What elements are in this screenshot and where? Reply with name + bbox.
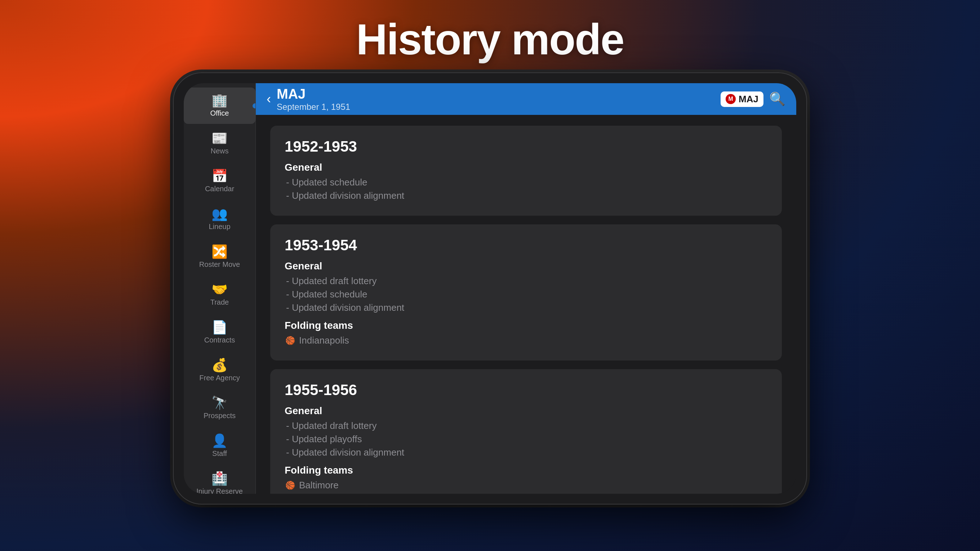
staff-icon: 👤 bbox=[212, 434, 228, 447]
folding-label-1955: Folding teams bbox=[285, 465, 767, 476]
season-1953-item-2: - Updated division alignment bbox=[285, 302, 767, 313]
sidebar-item-calendar[interactable]: 📅 Calendar bbox=[184, 163, 255, 200]
trade-icon: 🤝 bbox=[212, 283, 228, 296]
section-general-1953: General bbox=[285, 260, 767, 272]
sidebar-item-lineup[interactable]: 👥 Lineup bbox=[184, 201, 255, 237]
sidebar-item-staff[interactable]: 👤 Staff bbox=[184, 428, 255, 464]
sidebar-label-injury-reserve: Injury Reserve bbox=[196, 487, 243, 494]
sidebar-label-lineup: Lineup bbox=[208, 222, 230, 231]
season-card-1952: 1952-1953 General - Updated schedule - U… bbox=[270, 126, 782, 216]
season-year-1955: 1955-1956 bbox=[285, 381, 767, 399]
season-1952-item-0: - Updated schedule bbox=[285, 177, 767, 188]
sidebar-label-free-agency: Free Agency bbox=[199, 374, 240, 382]
sidebar-item-contracts[interactable]: 📄 Contracts bbox=[184, 314, 255, 351]
season-1955-item-0: - Updated draft lottery bbox=[285, 420, 767, 432]
badge-logo: M bbox=[725, 94, 736, 104]
sidebar-label-office: Office bbox=[210, 109, 229, 118]
roster-move-icon: 🔀 bbox=[212, 245, 228, 258]
sidebar-label-calendar: Calendar bbox=[205, 185, 234, 193]
tablet-screen: 🏢 Office 📰 News 📅 Calendar 👥 Lineup 🔀 bbox=[184, 83, 796, 494]
tablet-frame: 🏢 Office 📰 News 📅 Calendar 👥 Lineup 🔀 bbox=[173, 72, 807, 505]
sidebar-item-prospects[interactable]: 🔭 Prospects bbox=[184, 390, 255, 426]
season-1952-item-1: - Updated division alignment bbox=[285, 190, 767, 201]
lineup-icon: 👥 bbox=[212, 208, 228, 221]
section-general-1955: General bbox=[285, 405, 767, 417]
header-bar: ‹ MAJ September 1, 1951 M MAJ 🔍 bbox=[256, 83, 796, 115]
baltimore-name: Baltimore bbox=[299, 480, 339, 491]
folding-team-row-baltimore: 🏀 Baltimore bbox=[285, 480, 767, 491]
sidebar: 🏢 Office 📰 News 📅 Calendar 👥 Lineup 🔀 bbox=[184, 83, 256, 494]
sidebar-item-news[interactable]: 📰 News bbox=[184, 125, 255, 162]
season-1955-item-2: - Updated division alignment bbox=[285, 447, 767, 458]
sidebar-label-news: News bbox=[210, 147, 228, 155]
sidebar-item-office[interactable]: 🏢 Office bbox=[184, 87, 255, 124]
sidebar-label-contracts: Contracts bbox=[204, 336, 235, 344]
page-title: History mode bbox=[0, 14, 980, 64]
office-icon: 🏢 bbox=[212, 94, 228, 107]
content-scroll[interactable]: 1952-1953 General - Updated schedule - U… bbox=[256, 115, 796, 494]
team-badge: M MAJ bbox=[721, 92, 764, 107]
section-general-1952: General bbox=[285, 162, 767, 173]
folding-team-row-indianapolis: 🏀 Indianapolis bbox=[285, 335, 767, 346]
indianapolis-icon: 🏀 bbox=[285, 335, 296, 346]
sidebar-label-trade: Trade bbox=[210, 298, 229, 306]
sidebar-label-staff: Staff bbox=[212, 449, 227, 458]
season-1955-item-1: - Updated playoffs bbox=[285, 433, 767, 445]
baltimore-icon: 🏀 bbox=[285, 480, 296, 491]
header-date: September 1, 1951 bbox=[277, 102, 721, 112]
prospects-icon: 🔭 bbox=[212, 397, 228, 410]
badge-team-code: MAJ bbox=[738, 94, 759, 105]
sidebar-item-injury-reserve[interactable]: 🏥 Injury Reserve bbox=[184, 466, 255, 494]
news-icon: 📰 bbox=[212, 132, 228, 145]
season-card-1953: 1953-1954 General - Updated draft lotter… bbox=[270, 224, 782, 360]
back-button[interactable]: ‹ bbox=[267, 92, 271, 106]
sidebar-item-trade[interactable]: 🤝 Trade bbox=[184, 276, 255, 313]
season-year-1952: 1952-1953 bbox=[285, 138, 767, 155]
sidebar-label-prospects: Prospects bbox=[204, 411, 235, 420]
sidebar-label-roster-move: Roster Move bbox=[199, 260, 240, 269]
sidebar-item-free-agency[interactable]: 💰 Free Agency bbox=[184, 352, 255, 389]
season-year-1953: 1953-1954 bbox=[285, 237, 767, 254]
injury-reserve-icon: 🏥 bbox=[212, 472, 228, 485]
folding-label-1953: Folding teams bbox=[285, 320, 767, 331]
main-content: ‹ MAJ September 1, 1951 M MAJ 🔍 1952 bbox=[256, 83, 796, 494]
sidebar-item-roster-move[interactable]: 🔀 Roster Move bbox=[184, 239, 255, 275]
header-team-name: MAJ bbox=[277, 86, 721, 102]
sidebar-active-dot bbox=[253, 103, 256, 108]
season-1953-item-0: - Updated draft lottery bbox=[285, 275, 767, 287]
free-agency-icon: 💰 bbox=[212, 359, 228, 372]
season-card-1955: 1955-1956 General - Updated draft lotter… bbox=[270, 369, 782, 494]
indianapolis-name: Indianapolis bbox=[299, 335, 349, 346]
header-right: M MAJ 🔍 bbox=[721, 92, 786, 107]
search-button[interactable]: 🔍 bbox=[769, 92, 786, 106]
contracts-icon: 📄 bbox=[212, 321, 228, 334]
season-1953-item-1: - Updated schedule bbox=[285, 289, 767, 300]
header-title-group: MAJ September 1, 1951 bbox=[277, 86, 721, 112]
calendar-icon: 📅 bbox=[212, 170, 228, 183]
